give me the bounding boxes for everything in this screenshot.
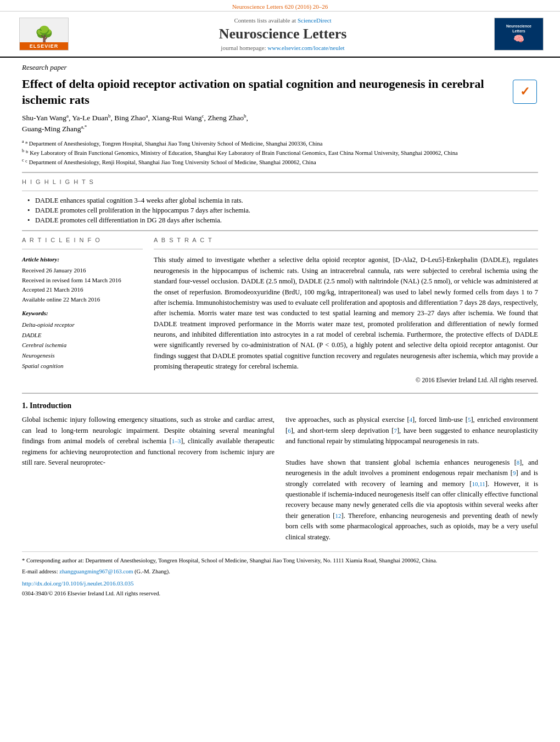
authors-text: Shu-Yan Wanga, Ya-Le Duanb, Bing Zhaoa, … — [22, 114, 248, 122]
elsevier-logo-image: 🌳 ELSEVIER — [19, 18, 69, 51]
homepage-link[interactable]: www.elsevier.com/locate/neulet — [267, 44, 344, 51]
intro-col-right: tive approaches, such as physical exerci… — [285, 415, 538, 543]
email-name: (G.-M. Zhang). — [135, 568, 170, 574]
intro-para-1: tive approaches, such as physical exerci… — [285, 415, 538, 447]
keywords-label: Keywords: — [22, 309, 143, 319]
keywords-block: Keywords: Delta-opioid receptor DADLE Ce… — [22, 309, 143, 371]
affiliation-b: b ᵇ Key Laboratory of Brain Functional G… — [22, 148, 538, 157]
history-label: Article history: — [22, 255, 143, 265]
crossmark-image: ✓ — [513, 80, 537, 104]
article-info-title: A R T I C L E I N F O — [22, 237, 143, 243]
journal-logo-right: NeuroscienceLetters🧠 — [494, 18, 544, 51]
introduction-section: 1. Introduction Global ischemic injury f… — [22, 401, 538, 543]
abstract-copyright: © 2016 Elsevier Ireland Ltd. All rights … — [154, 376, 538, 386]
ref-8[interactable]: 8 — [517, 459, 520, 466]
keywords-list: Delta-opioid receptor DADLE Cerebral isc… — [22, 320, 143, 371]
journal-center: Contents lists available at ScienceDirec… — [77, 17, 489, 51]
crossmark-icon: ✓ — [520, 85, 530, 99]
received-revised-date: Received in revised form 14 March 2016 — [22, 276, 143, 286]
abstract-title: A B S T R A C T — [154, 237, 538, 243]
available-online-date: Available online 22 March 2016 — [22, 295, 143, 305]
ref-1-3[interactable]: 1–3 — [172, 438, 181, 444]
intro-heading: 1. Introduction — [22, 401, 538, 410]
ref-5[interactable]: 5 — [468, 416, 471, 423]
elsevier-brand-text: ELSEVIER — [20, 42, 68, 50]
highlight-item-2: DADLE promotes cell proliferation in the… — [27, 207, 538, 215]
copyright-bottom: 0304-3940/© 2016 Elsevier Ireland Ltd. A… — [22, 589, 538, 598]
elsevier-logo: 🌳 ELSEVIER — [16, 18, 71, 51]
contents-label: Contents lists available at — [234, 17, 296, 24]
intro-columns: Global ischemic injury following emergen… — [22, 415, 538, 543]
divider-after-abstract — [22, 393, 538, 394]
highlights-divider — [22, 191, 538, 191]
ref-7[interactable]: 7 — [394, 427, 397, 434]
keyword-4: Neurogenesis — [22, 350, 143, 361]
highlight-item-1: DADLE enhances spatial cognition 3–4 wee… — [27, 197, 538, 205]
keyword-1: Delta-opioid receptor — [22, 320, 143, 330]
affiliation-c: c ᶜ Department of Anesthesiology, Renji … — [22, 157, 538, 166]
abstract-column: A B S T R A C T This study aimed to inve… — [154, 237, 538, 385]
highlights-title: H I G H L I G H T S — [22, 178, 538, 185]
keyword-3: Cerebral ischemia — [22, 340, 143, 350]
crossmark-logo[interactable]: ✓ — [512, 79, 538, 105]
doi-link[interactable]: http://dx.doi.org/10.1016/j.neulet.2016.… — [22, 580, 134, 587]
footnotes: * Corresponding author at: Department of… — [22, 551, 538, 598]
contents-line: Contents lists available at ScienceDirec… — [77, 17, 489, 24]
elsevier-tree-icon: 🌳 — [35, 27, 54, 42]
authors: Shu-Yan Wanga, Ya-Le Duanb, Bing Zhaoa, … — [22, 112, 538, 135]
ref-6[interactable]: 6 — [288, 427, 291, 434]
ref-10-11[interactable]: 10,11 — [472, 481, 485, 487]
affiliation-a: a ᵃ Department of Anesthesiology, Tongre… — [22, 138, 538, 148]
journal-id-text: Neuroscience Letters 620 (2016) 20–26 — [232, 3, 328, 10]
intro-col-left: Global ischemic injury following emergen… — [22, 415, 275, 543]
keyword-2: DADLE — [22, 330, 143, 341]
article-info-content: Article history: Received 26 January 201… — [22, 255, 143, 371]
authors-text-2: Guang-Ming Zhanga,* — [22, 125, 87, 133]
email-label: E-mail address: — [22, 568, 58, 574]
ref-9[interactable]: 9 — [513, 470, 516, 476]
article-info-divider — [22, 249, 143, 249]
highlights-list: DADLE enhances spatial cognition 3–4 wee… — [22, 197, 538, 225]
article-info-abstract-row: A R T I C L E I N F O Article history: R… — [22, 237, 538, 385]
corresponding-author-note: * Corresponding author at: Department of… — [22, 556, 538, 565]
abstract-text: This study aimed to investigate whether … — [154, 255, 538, 385]
sciencedirect-link[interactable]: ScienceDirect — [298, 17, 332, 24]
abstract-body: This study aimed to investigate whether … — [154, 256, 538, 370]
email-link[interactable]: zhangguangming967@163.com — [59, 568, 133, 574]
main-content: Research paper Effect of delta opioid re… — [0, 58, 560, 604]
article-info-column: A R T I C L E I N F O Article history: R… — [22, 237, 143, 385]
homepage-label: journal homepage: — [221, 44, 266, 51]
affiliations: a ᵃ Department of Anesthesiology, Tongre… — [22, 138, 538, 167]
journal-logo-text: NeuroscienceLetters🧠 — [504, 21, 534, 47]
ref-12[interactable]: 12 — [335, 512, 341, 519]
intro-text-left: Global ischemic injury following emergen… — [22, 416, 275, 466]
journal-id-bar: Neuroscience Letters 620 (2016) 20–26 — [0, 0, 560, 12]
article-title: Effect of delta opioid receptor activati… — [22, 76, 506, 108]
article-title-row: Effect of delta opioid receptor activati… — [22, 76, 538, 108]
ref-4[interactable]: 4 — [410, 416, 413, 423]
email-note: E-mail address: zhangguangming967@163.co… — [22, 567, 538, 576]
doi-line: http://dx.doi.org/10.1016/j.neulet.2016.… — [22, 579, 538, 588]
article-history-block: Article history: Received 26 January 201… — [22, 255, 143, 304]
journal-homepage: journal homepage: www.elsevier.com/locat… — [77, 44, 489, 51]
abstract-divider — [154, 249, 538, 249]
keyword-5: Spatial cognition — [22, 361, 143, 371]
journal-header: 🌳 ELSEVIER Contents lists available at S… — [0, 12, 560, 58]
page: Neuroscience Letters 620 (2016) 20–26 🌳 … — [0, 0, 560, 742]
highlight-item-3: DADLE promotes cell differentiation in D… — [27, 216, 538, 225]
divider-after-affiliations — [22, 172, 538, 173]
received-date: Received 26 January 2016 — [22, 266, 143, 276]
intro-para-2: Studies have shown that transient global… — [285, 458, 538, 543]
corresponding-author-text: * Corresponding author at: Department of… — [22, 557, 437, 564]
divider-after-highlights — [22, 230, 538, 231]
accepted-date: Accepted 21 March 2016 — [22, 285, 143, 295]
article-type-label: Research paper — [22, 63, 538, 72]
journal-name: Neuroscience Letters — [77, 26, 489, 42]
highlights-section: H I G H L I G H T S DADLE enhances spati… — [22, 178, 538, 225]
